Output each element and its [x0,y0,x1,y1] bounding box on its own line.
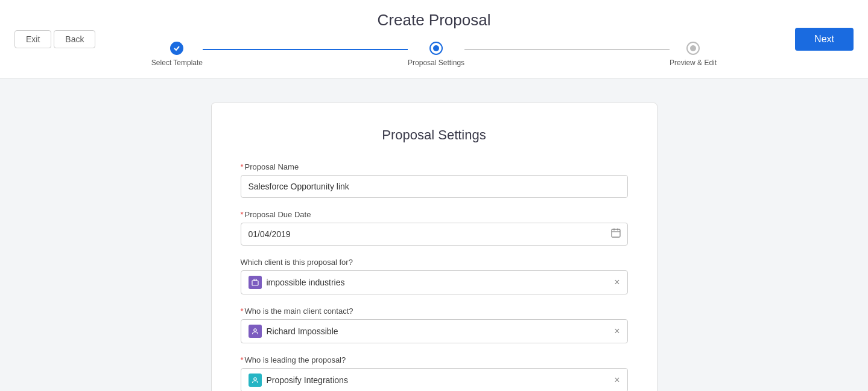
step-circle-3 [686,42,700,55]
due-date-label: *Proposal Due Date [241,210,628,219]
step-proposal-settings: Proposal Settings [408,42,464,67]
form-group-proposal-name: *Proposal Name [241,162,628,198]
main-content: Proposal Settings *Proposal Name *Propos… [0,78,868,391]
form-group-main-contact: *Who is the main client contact? Richard… [241,307,628,343]
exit-button[interactable]: Exit [14,30,51,48]
form-group-lead: *Who is leading the proposal? Proposify … [241,355,628,391]
due-date-input[interactable] [241,223,628,246]
main-contact-select[interactable]: Richard Impossible × [241,319,628,343]
form-group-client: Which client is this proposal for? impos… [241,258,628,294]
lead-label: *Who is leading the proposal? [241,355,628,364]
svg-rect-5 [254,279,256,281]
client-label: Which client is this proposal for? [241,258,628,267]
date-input-wrap [241,223,628,246]
client-select-inner: impossible industries [249,276,615,289]
person-lead-icon [249,374,262,387]
person-icon [249,325,262,338]
step-circle-1 [170,42,183,55]
lead-select[interactable]: Proposify Integrations × [241,368,628,391]
step-circle-2 [429,42,443,55]
lead-clear-icon[interactable]: × [614,375,619,385]
step-select-template: Select Template [151,42,203,67]
svg-point-7 [253,378,256,380]
step-label-2: Proposal Settings [408,59,464,67]
section-title: Proposal Settings [241,127,628,143]
main-contact-clear-icon[interactable]: × [614,326,619,336]
lead-select-inner: Proposify Integrations [249,374,615,387]
required-mark-2: * [241,210,244,219]
top-bar: Create Proposal Exit Back Select Templat… [0,0,868,78]
main-contact-value: Richard Impossible [267,326,338,336]
svg-point-6 [253,329,256,331]
step-label-3: Preview & Edit [670,59,717,67]
step-line-1 [203,49,408,50]
form-group-due-date: *Proposal Due Date [241,210,628,246]
stepper: Select Template Proposal Settings Previe… [151,42,717,67]
client-clear-icon[interactable]: × [614,278,619,287]
required-mark-4: * [241,355,244,364]
back-button[interactable]: Back [54,30,95,48]
step-preview-edit: Preview & Edit [670,42,717,67]
main-contact-select-inner: Richard Impossible [249,325,615,338]
required-mark-3: * [241,307,244,316]
top-bar-buttons: Exit Back [14,30,95,48]
main-contact-label: *Who is the main client contact? [241,307,628,316]
form-container: Proposal Settings *Proposal Name *Propos… [211,103,657,391]
proposal-name-label: *Proposal Name [241,162,628,171]
step-line-2 [464,49,670,50]
step-label-1: Select Template [151,59,203,67]
svg-rect-4 [252,281,258,285]
lead-value: Proposify Integrations [267,375,348,385]
next-button[interactable]: Next [795,28,854,51]
required-mark-1: * [241,162,244,171]
client-value: impossible industries [267,278,345,287]
company-icon [249,276,262,289]
proposal-name-input[interactable] [241,175,628,198]
page-title: Create Proposal [378,11,491,30]
client-select[interactable]: impossible industries × [241,270,628,294]
